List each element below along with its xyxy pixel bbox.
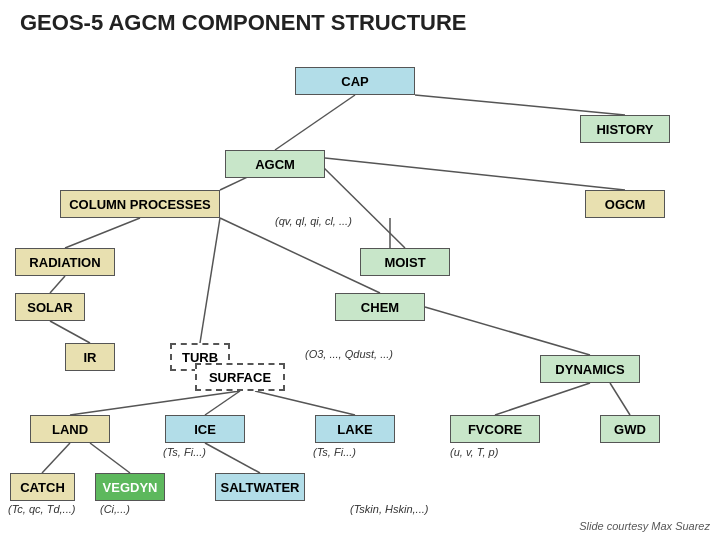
column-processes-box: COLUMN PROCESSES	[60, 190, 220, 218]
svg-line-10	[425, 307, 590, 355]
cap-box: CAP	[295, 67, 415, 95]
ice-box: ICE	[165, 415, 245, 443]
ir-box: IR	[65, 343, 115, 371]
svg-line-0	[275, 95, 355, 150]
fvcore-box: FVCORE	[450, 415, 540, 443]
annotation-uv-t-p: (u, v, T, p)	[450, 446, 498, 458]
annotation-ci: (Ci,...)	[100, 503, 130, 515]
svg-line-14	[255, 391, 355, 415]
lake-box: LAKE	[315, 415, 395, 443]
ogcm-box: OGCM	[585, 190, 665, 218]
vegdyn-box: VEGDYN	[95, 473, 165, 501]
svg-line-9	[50, 321, 90, 343]
svg-line-18	[495, 383, 590, 415]
svg-line-11	[200, 218, 220, 343]
svg-line-16	[90, 443, 130, 473]
agcm-box: AGCM	[225, 150, 325, 178]
svg-line-5	[65, 218, 140, 248]
svg-line-19	[610, 383, 630, 415]
svg-line-17	[205, 443, 260, 473]
saltwater-box: SALTWATER	[215, 473, 305, 501]
svg-line-1	[415, 95, 625, 115]
surface-box: SURFACE	[195, 363, 285, 391]
svg-line-4	[325, 158, 625, 190]
slide-credit: Slide courtesy Max Suarez	[579, 520, 710, 532]
annotation-o3-qdust: (O3, ..., Qdust, ...)	[305, 348, 393, 360]
svg-line-3	[320, 164, 405, 248]
annotation-qv-ql: (qv, ql, qi, cl, ...)	[275, 215, 352, 227]
gwd-box: GWD	[600, 415, 660, 443]
chem-box: CHEM	[335, 293, 425, 321]
svg-line-6	[220, 218, 380, 293]
svg-line-15	[42, 443, 70, 473]
land-box: LAND	[30, 415, 110, 443]
annotation-ts-fi-ice: (Ts, Fi...)	[163, 446, 206, 458]
catch-box: CATCH	[10, 473, 75, 501]
solar-box: SOLAR	[15, 293, 85, 321]
history-box: HISTORY	[580, 115, 670, 143]
annotation-tc-qc: (Tc, qc, Td,...)	[8, 503, 75, 515]
annotation-tskin: (Tskin, Hskin,...)	[350, 503, 428, 515]
svg-line-13	[205, 391, 240, 415]
dynamics-box: DYNAMICS	[540, 355, 640, 383]
radiation-box: RADIATION	[15, 248, 115, 276]
svg-line-12	[70, 391, 240, 415]
svg-line-8	[50, 276, 65, 293]
page-title: GEOS-5 AGCM COMPONENT STRUCTURE	[20, 10, 710, 36]
moist-box: MOIST	[360, 248, 450, 276]
annotation-ts-fi-lake: (Ts, Fi...)	[313, 446, 356, 458]
